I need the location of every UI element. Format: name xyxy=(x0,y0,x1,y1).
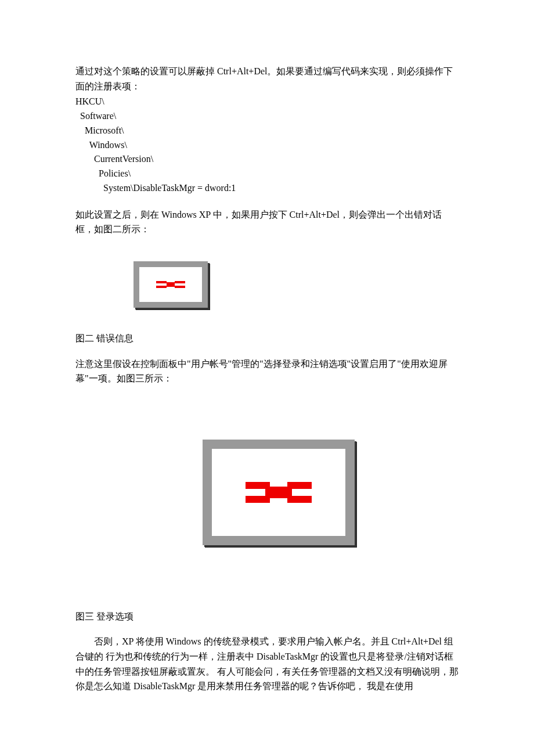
registry-line: Windows\ xyxy=(75,138,459,153)
broken-image-icon xyxy=(241,475,316,510)
svg-rect-4 xyxy=(167,282,175,287)
figure-2-caption: 图二 错误信息 xyxy=(75,331,459,346)
registry-line: Software\ xyxy=(75,109,459,124)
broken-image-icon xyxy=(156,278,185,291)
conclusion-paragraph: 否则，XP 将使用 Windows 的传统登录模式，要求用户输入帐户名。并且 C… xyxy=(75,634,459,693)
figure-3-wrapper xyxy=(75,440,459,545)
figure-3-placeholder xyxy=(203,440,355,545)
registry-line: Microsoft\ xyxy=(75,124,459,138)
registry-line: CurrentVersion\ xyxy=(75,152,459,167)
svg-rect-3 xyxy=(175,286,185,288)
registry-path-block: HKCU\ Software\ Microsoft\ Windows\ Curr… xyxy=(75,95,459,196)
result-paragraph: 如此设置之后，则在 Windows XP 中，如果用户按下 Ctrl+Alt+D… xyxy=(75,207,459,237)
figure-3-caption: 图三 登录选项 xyxy=(75,609,459,624)
intro-paragraph: 通过对这个策略的设置可以屏蔽掉 Ctrl+Alt+Del。如果要通过编写代码来实… xyxy=(75,64,459,93)
figure-2-placeholder xyxy=(134,261,208,308)
registry-line: HKCU\ xyxy=(75,95,459,109)
figure-2-wrapper xyxy=(75,261,459,308)
svg-rect-2 xyxy=(175,281,185,283)
registry-line: Policies\ xyxy=(75,167,459,181)
svg-rect-1 xyxy=(156,286,167,288)
note-paragraph: 注意这里假设在控制面板中"用户帐号"管理的"选择登录和注销选项"设置启用了"使用… xyxy=(75,357,459,386)
registry-line: System\DisableTaskMgr = dword:1 xyxy=(75,181,459,196)
svg-rect-9 xyxy=(265,487,292,498)
svg-rect-0 xyxy=(156,281,167,283)
